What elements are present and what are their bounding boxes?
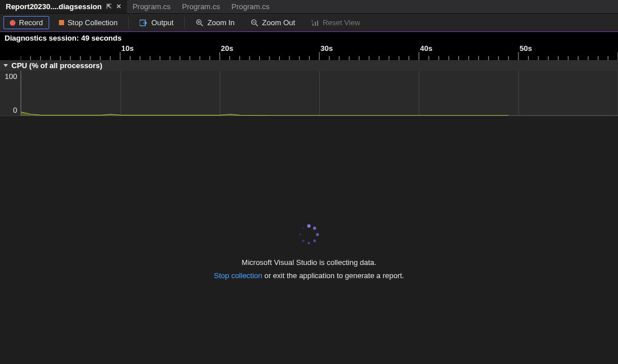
zoom-in-button[interactable]: Zoom In <box>189 16 241 29</box>
panel-divider[interactable] <box>0 116 618 120</box>
zoom-out-icon <box>251 19 259 27</box>
session-header-text: Diagnostics session: 49 seconds <box>5 34 121 42</box>
status-hint: Stop collection or exit the application … <box>214 271 404 280</box>
cpu-title: CPU (% of all processors) <box>11 61 102 70</box>
y-min-label: 0 <box>13 106 17 114</box>
stop-label: Stop Collection <box>68 18 117 27</box>
toolbar: Record Stop Collection Output Zoom In Zo… <box>0 14 618 32</box>
output-button[interactable]: Output <box>133 16 180 29</box>
zoom-out-button[interactable]: Zoom Out <box>244 16 302 29</box>
svg-point-81 <box>316 234 319 236</box>
record-button[interactable]: Record <box>3 16 49 29</box>
status-center: Microsoft Visual Studio is collecting da… <box>214 224 404 280</box>
cpu-plot-area <box>21 71 618 116</box>
timeline-tick-label: 40s <box>420 44 433 53</box>
timeline-tick-label: 10s <box>121 44 134 53</box>
tab-program-2[interactable]: Program.cs <box>176 0 225 13</box>
y-max-label: 100 <box>5 72 17 81</box>
svg-point-80 <box>313 227 316 230</box>
svg-rect-8 <box>312 23 314 26</box>
pin-icon[interactable]: ⇱ <box>106 3 112 10</box>
cpu-y-axis: 100 0 <box>0 71 21 116</box>
timeline-tick-label: 30s <box>320 44 333 53</box>
svg-line-6 <box>256 23 258 26</box>
svg-rect-9 <box>315 22 316 26</box>
reset-view-icon <box>311 19 319 27</box>
main-content: Microsoft Visual Studio is collecting da… <box>0 120 618 363</box>
zoom-out-label: Zoom Out <box>262 18 295 27</box>
tab-diagsession[interactable]: Report20230....diagsession ⇱ ✕ <box>0 0 127 13</box>
timeline-ruler[interactable]: 10s20s30s40s50s <box>0 44 618 60</box>
reset-view-button: Reset View <box>305 16 367 29</box>
tab-program-1[interactable]: Program.cs <box>127 0 176 13</box>
session-header: Diagnostics session: 49 seconds <box>0 32 618 44</box>
status-hint-rest: or exit the application to generate a re… <box>262 271 404 280</box>
record-icon <box>10 20 15 26</box>
tab-label: Program.cs <box>232 2 270 11</box>
reset-view-label: Reset View <box>323 18 360 27</box>
svg-point-85 <box>299 234 302 236</box>
cpu-panel-header[interactable]: CPU (% of all processors) <box>0 60 618 71</box>
timeline-tick-label: 20s <box>221 44 233 53</box>
svg-point-83 <box>308 242 310 244</box>
cpu-chart: 100 0 <box>0 71 618 116</box>
output-label: Output <box>151 18 173 27</box>
toolbar-separator <box>184 17 185 29</box>
tab-label: Report20230....diagsession <box>6 2 102 11</box>
zoom-in-icon <box>196 19 204 27</box>
disclosure-icon <box>3 64 8 67</box>
svg-rect-10 <box>317 21 318 26</box>
status-message: Microsoft Visual Studio is collecting da… <box>214 258 404 267</box>
stop-collection-link[interactable]: Stop collection <box>214 271 263 280</box>
svg-point-79 <box>307 224 311 228</box>
tab-program-3[interactable]: Program.cs <box>226 0 275 13</box>
timeline-tick-label: 50s <box>520 44 532 53</box>
svg-line-2 <box>201 23 203 26</box>
record-label: Record <box>19 18 43 27</box>
svg-point-86 <box>302 228 304 230</box>
stop-icon <box>59 20 64 25</box>
zoom-in-label: Zoom In <box>207 18 235 27</box>
output-icon <box>140 19 148 26</box>
svg-point-84 <box>302 240 304 242</box>
tab-bar: Report20230....diagsession ⇱ ✕ Program.c… <box>0 0 618 14</box>
tab-label: Program.cs <box>182 2 220 11</box>
tab-label: Program.cs <box>133 2 171 11</box>
svg-point-82 <box>314 240 316 243</box>
spinner-icon <box>298 224 320 246</box>
stop-collection-button[interactable]: Stop Collection <box>53 16 124 29</box>
toolbar-separator <box>128 17 129 29</box>
close-icon[interactable]: ✕ <box>116 3 121 10</box>
